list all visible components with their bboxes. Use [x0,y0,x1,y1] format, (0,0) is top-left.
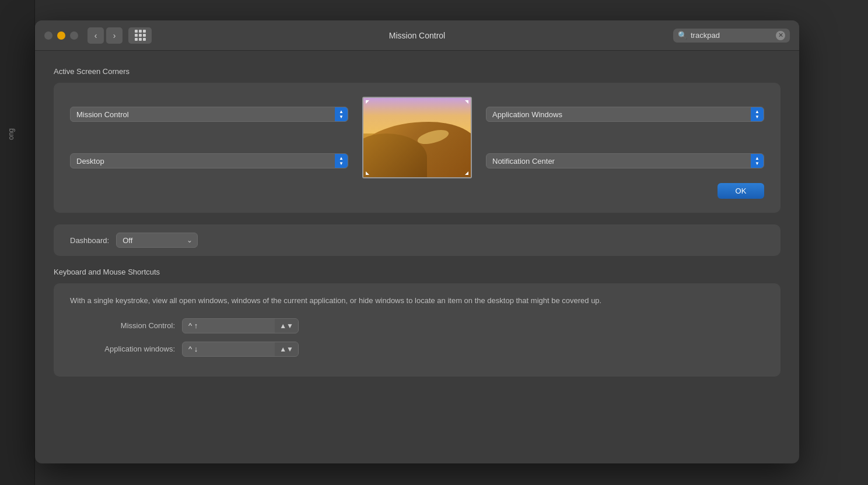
arrow-down-icon: ▼ [339,115,344,120]
chevron-down-icon: ▼ [286,345,293,353]
sidebar: ong [0,0,35,485]
dashboard-select[interactable]: Off ⌄ [116,233,198,248]
screen-preview-inner [363,98,471,177]
bottom-right-corner-select[interactable]: Notification Center ▲ ▼ [486,153,764,168]
dashboard-row: Dashboard: Off ⌄ [54,224,780,256]
arrow-down-icon: ▼ [755,161,760,166]
preview-corner-arrow-tl [365,99,373,107]
top-left-corner-select[interactable]: Mission Control ▲ ▼ [70,107,348,122]
shortcuts-section-title: Keyboard and Mouse Shortcuts [54,268,780,276]
grid-icon [135,30,146,41]
search-bar: 🔍 ✕ [673,29,790,43]
mission-control-shortcut-label: Mission Control: [70,321,175,330]
arrow-up-icon: ▲ [339,156,344,161]
ok-button-row: OK [70,178,764,199]
search-icon: 🔍 [678,31,687,40]
close-button[interactable] [44,31,52,40]
top-right-corner-select[interactable]: Application Windows ▲ ▼ [486,107,764,122]
app-windows-shortcut-row: Application windows: ^ ↓ ▲ ▼ [70,342,764,357]
mission-control-shortcut-value: ^ ↑ [183,321,275,330]
shortcuts-description: With a single keystroke, view all open w… [70,295,764,307]
back-icon: ‹ [94,31,97,40]
traffic-lights [44,31,78,40]
top-right-value: Application Windows [487,110,751,119]
top-left-value: Mission Control [71,110,335,119]
minimize-button[interactable] [57,31,65,40]
arrow-up-icon: ▲ [339,110,344,114]
preview-corner-arrow-br [461,168,470,176]
bottom-left-arrows: ▲ ▼ [335,154,348,168]
dashboard-label: Dashboard: [70,236,109,245]
corners-grid: Mission Control ▲ ▼ [70,97,764,178]
content-area: Active Screen Corners Mission Control ▲ … [35,51,799,463]
forward-icon: › [113,31,116,40]
active-screen-corners-title: Active Screen Corners [54,67,780,76]
top-left-arrows: ▲ ▼ [335,107,348,121]
shortcuts-container: With a single keystroke, view all open w… [54,283,780,377]
maximize-button[interactable] [70,31,78,40]
forward-button[interactable]: › [106,27,123,44]
main-window: ‹ › Mission Control 🔍 ✕ Active Screen Co… [35,20,799,463]
dashboard-value: Off [117,236,182,245]
dashboard-chevron-icon: ⌄ [182,236,197,244]
arrow-down-icon: ▼ [755,115,760,120]
chevron-up-icon: ▲ [279,345,286,353]
arrow-down-icon: ▼ [339,161,344,166]
window-title: Mission Control [389,31,445,40]
preview-corner-arrow-bl [365,168,373,176]
app-windows-shortcut-select[interactable]: ^ ↓ ▲ ▼ [182,342,299,357]
arrow-up-icon: ▲ [755,110,760,114]
search-input[interactable] [691,31,772,40]
ok-button[interactable]: OK [718,183,764,199]
top-right-arrows: ▲ ▼ [751,107,764,121]
app-windows-shortcut-value: ^ ↓ [183,345,275,353]
bottom-right-arrows: ▲ ▼ [751,154,764,168]
chevron-down-icon: ▼ [286,322,293,330]
screen-preview [362,97,472,178]
mission-control-shortcut-row: Mission Control: ^ ↑ ▲ ▼ [70,318,764,333]
nav-buttons: ‹ › [88,27,152,44]
mission-control-shortcut-select[interactable]: ^ ↑ ▲ ▼ [182,318,299,333]
arrow-up-icon: ▲ [755,156,760,161]
grid-view-button[interactable] [128,27,152,44]
title-bar: ‹ › Mission Control 🔍 ✕ [35,20,799,51]
bottom-left-corner-select[interactable]: Desktop ▲ ▼ [70,153,348,168]
chevron-up-icon: ▲ [279,322,286,330]
preview-corner-arrow-tr [461,99,470,107]
shortcuts-section: Keyboard and Mouse Shortcuts With a sing… [54,268,780,377]
bottom-right-value: Notification Center [487,157,751,166]
bottom-left-value: Desktop [71,157,335,166]
app-windows-chevron-icon: ▲ ▼ [275,342,298,356]
corners-container: Mission Control ▲ ▼ [54,83,780,213]
search-clear-button[interactable]: ✕ [776,31,785,40]
app-windows-shortcut-label: Application windows: [70,345,175,353]
back-button[interactable]: ‹ [88,27,104,44]
sidebar-text: ong [7,128,15,140]
mission-control-chevron-icon: ▲ ▼ [275,319,298,333]
